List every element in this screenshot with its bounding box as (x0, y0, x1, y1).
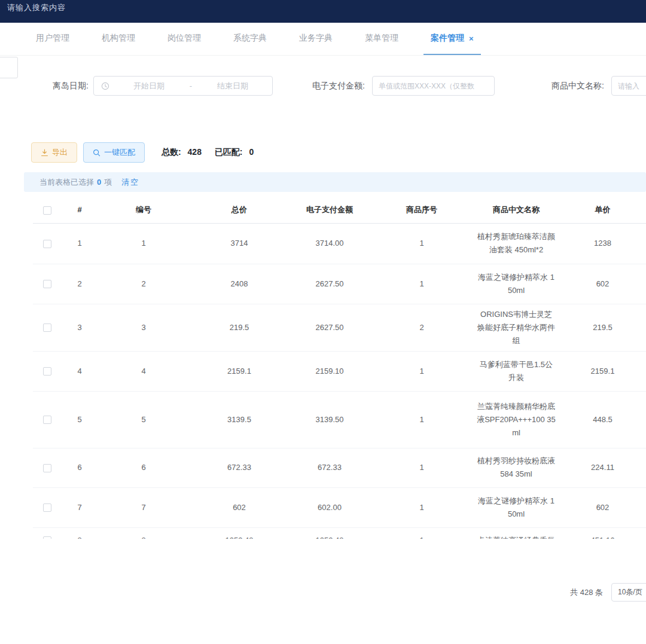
tab-bar: 用户管理 机构管理 岗位管理 系统字典 业务字典 菜单管理 案件管理 × (0, 23, 646, 56)
date-range-separator: - (188, 81, 193, 90)
start-date-placeholder[interactable]: 开始日期 (109, 81, 188, 91)
search-icon (93, 149, 100, 157)
row-checkbox[interactable] (43, 240, 51, 248)
row-checkbox[interactable] (43, 280, 51, 288)
select-all-checkbox[interactable] (43, 206, 51, 215)
tab-label: 案件管理 (431, 33, 464, 44)
row-checkbox[interactable] (43, 367, 51, 376)
tab-label: 机构管理 (102, 33, 135, 44)
tab-label: 用户管理 (36, 33, 69, 44)
tab-org-management[interactable]: 机构管理 (95, 23, 142, 55)
matched-value: 0 (249, 147, 254, 157)
row-checkbox[interactable] (43, 416, 51, 424)
top-header-bar: 请输入搜索内容 (0, 0, 646, 23)
page-size-select[interactable]: 10条/页 (611, 583, 646, 602)
table-row: 5 5 3139.5 3139.50 1 兰蔻菁纯臻颜精华粉底液SPF20PA+… (33, 391, 646, 448)
table-header-row: # 编号 总价 电子支付金额 商品序号 商品中文名称 单价 (33, 197, 646, 223)
selection-prefix: 当前表格已选择 (39, 177, 94, 188)
data-table: # 编号 总价 电子支付金额 商品序号 商品中文名称 单价 1 1 3714 3… (33, 197, 646, 539)
tab-menu-management[interactable]: 菜单管理 (358, 23, 406, 55)
col-epay-amount: 电子支付金额 (289, 197, 370, 223)
epay-amount-input[interactable] (372, 76, 495, 96)
table-row: 8 8 1353.48 1353.48 1 卡诗菁纯亮泽经典香氛 451.16 (33, 527, 646, 539)
row-checkbox[interactable] (43, 464, 51, 472)
product-name-input[interactable] (611, 76, 646, 96)
product-name-label: 商品中文名称: (514, 76, 604, 96)
table-row: 4 4 2159.1 2159.10 1 马爹利蓝带干邑1.5公升装 2159.… (33, 351, 646, 391)
table-row: 1 1 3714 3714.00 1 植村秀新琥珀臻萃洁颜油套装 450ml*2… (33, 223, 646, 264)
total-value: 428 (188, 147, 202, 157)
matched-label: 已匹配: (215, 147, 243, 157)
table-row: 3 3 219.5 2627.50 2 ORIGINS韦博士灵芝焕能好底子精华水… (33, 304, 646, 351)
table-row: 2 2 2408 2627.50 1 海蓝之谜修护精萃水 150ml 602 (33, 264, 646, 304)
one-key-match-button[interactable]: 一键匹配 (83, 142, 145, 163)
download-icon (41, 149, 48, 157)
export-button-label: 导出 (52, 147, 68, 158)
selection-info-bar: 当前表格已选择 0 项 清空 (24, 172, 646, 192)
tab-business-dict[interactable]: 业务字典 (292, 23, 340, 55)
tab-label: 菜单管理 (365, 33, 398, 44)
export-button[interactable]: 导出 (31, 142, 77, 163)
tab-case-management[interactable]: 案件管理 × (423, 23, 481, 55)
tab-user-management[interactable]: 用户管理 (29, 23, 77, 55)
table-toolbar: 导出 一键匹配 总数: 428 已匹配: 0 (31, 142, 254, 163)
date-range-input[interactable]: 开始日期 - 结束日期 (93, 76, 273, 96)
match-button-label: 一键匹配 (104, 147, 135, 158)
col-product-seq: 商品序号 (370, 197, 473, 223)
close-icon[interactable]: × (469, 34, 474, 43)
col-code: 编号 (97, 197, 190, 223)
filter-row: 离岛日期: 开始日期 - 结束日期 电子支付金额: 商品中文名称: (0, 76, 646, 96)
col-unit-price: 单价 (559, 197, 646, 223)
depart-date-label: 离岛日期: (0, 76, 89, 96)
col-total-price: 总价 (190, 197, 289, 223)
pagination-total-value: 428 (580, 588, 593, 597)
col-product-name: 商品中文名称 (473, 197, 559, 223)
row-checkbox[interactable] (43, 323, 51, 332)
table-row: 7 7 602 602.00 1 海蓝之谜修护精萃水 150ml 602 (33, 487, 646, 527)
row-checkbox[interactable] (43, 503, 51, 512)
tab-label: 业务字典 (299, 33, 333, 44)
total-label: 总数: (162, 147, 181, 157)
clear-selection-link[interactable]: 清空 (121, 177, 139, 188)
col-index: # (62, 197, 97, 223)
global-search-input[interactable]: 请输入搜索内容 (7, 2, 66, 13)
selection-count: 0 (97, 178, 101, 187)
app-window: 请输入搜索内容 用户管理 机构管理 岗位管理 系统字典 业务字典 菜单管理 案件… (0, 0, 646, 644)
clock-icon (101, 82, 109, 90)
selection-unit: 项 (104, 177, 112, 188)
row-checkbox[interactable] (43, 536, 51, 539)
epay-amount-label: 电子支付金额: (276, 76, 365, 96)
table-row: 6 6 672.33 672.33 1 植村秀羽纱持妆粉底液 584 35ml … (33, 448, 646, 487)
match-stats: 总数: 428 已匹配: 0 (162, 147, 254, 158)
tab-label: 岗位管理 (167, 33, 201, 44)
pagination-total: 共 428 条 (532, 583, 603, 602)
end-date-placeholder[interactable]: 结束日期 (193, 81, 272, 91)
collapsed-panel-stub (0, 57, 18, 78)
tab-post-management[interactable]: 岗位管理 (160, 23, 208, 55)
tab-system-dict[interactable]: 系统字典 (226, 23, 274, 55)
pagination: 共 428 条 10条/页 (0, 583, 646, 602)
tab-label: 系统字典 (233, 33, 267, 44)
